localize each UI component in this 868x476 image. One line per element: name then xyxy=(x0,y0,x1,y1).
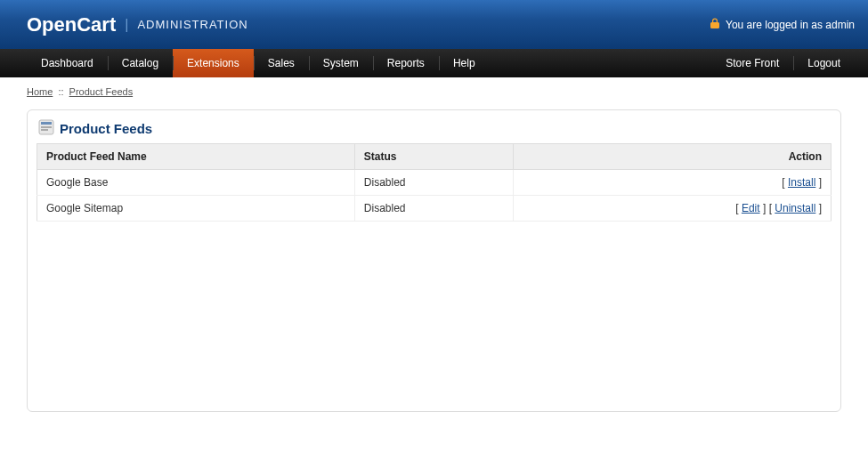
nav-label: Logout xyxy=(807,57,840,69)
nav-label: Reports xyxy=(387,57,425,69)
nav-dashboard[interactable]: Dashboard xyxy=(27,49,108,77)
header-left: OpenCart | ADMINISTRATION xyxy=(27,13,248,36)
bracket: [ xyxy=(735,202,742,214)
cell-name: Google Base xyxy=(37,170,355,196)
svg-rect-1 xyxy=(41,122,52,125)
breadcrumb-current[interactable]: Product Feeds xyxy=(69,86,134,97)
nav-label: Extensions xyxy=(187,57,239,69)
nav-sales[interactable]: Sales xyxy=(254,49,309,77)
table-row: Google Sitemap Disabled [ Edit ] [ Unins… xyxy=(37,196,831,222)
col-name: Product Feed Name xyxy=(37,144,355,170)
header-divider: | xyxy=(125,17,128,33)
bracket: ] xyxy=(760,202,769,214)
nav-label: Catalog xyxy=(122,57,158,69)
app-header: OpenCart | ADMINISTRATION You are logged… xyxy=(0,0,868,49)
lock-icon xyxy=(710,18,720,31)
feed-icon xyxy=(38,119,54,138)
nav-catalog[interactable]: Catalog xyxy=(108,49,173,77)
cell-name: Google Sitemap xyxy=(37,196,355,222)
nav-logout[interactable]: Logout xyxy=(793,49,855,77)
action-edit[interactable]: Edit xyxy=(742,202,760,214)
col-status: Status xyxy=(354,144,513,170)
action-install[interactable]: Install xyxy=(788,176,815,189)
cell-action: [ Install ] xyxy=(514,170,831,196)
nav-label: Store Front xyxy=(726,57,779,69)
table-header-row: Product Feed Name Status Action xyxy=(37,144,831,170)
nav-store-front[interactable]: Store Front xyxy=(711,49,793,77)
nav-help[interactable]: Help xyxy=(439,49,490,77)
cell-status: Disabled xyxy=(354,170,513,196)
nav-extensions[interactable]: Extensions xyxy=(173,49,254,77)
breadcrumb: Home :: Product Feeds xyxy=(0,77,868,106)
feeds-table: Product Feed Name Status Action Google B… xyxy=(37,143,831,222)
breadcrumb-sep: :: xyxy=(58,86,63,97)
breadcrumb-home[interactable]: Home xyxy=(27,86,53,97)
cell-action: [ Edit ] [ Uninstall ] xyxy=(514,196,831,222)
admin-label: ADMINISTRATION xyxy=(137,18,247,31)
nav-reports[interactable]: Reports xyxy=(373,49,439,77)
nav-right: Store Front Logout xyxy=(711,49,855,77)
logged-in-text: You are logged in as admin xyxy=(726,19,855,31)
nav-left: Dashboard Catalog Extensions Sales Syste… xyxy=(27,49,490,77)
nav-system[interactable]: System xyxy=(309,49,373,77)
header-right: You are logged in as admin xyxy=(710,18,855,31)
content-panel: Product Feeds Product Feed Name Status A… xyxy=(27,109,841,412)
table-row: Google Base Disabled [ Install ] xyxy=(37,170,831,196)
cell-status: Disabled xyxy=(354,196,513,222)
logo: OpenCart xyxy=(27,13,116,36)
nav-label: Dashboard xyxy=(41,57,93,69)
bracket: ] xyxy=(815,202,822,214)
nav-label: System xyxy=(323,57,359,69)
bracket: ] xyxy=(815,176,822,189)
svg-rect-3 xyxy=(41,129,48,131)
svg-rect-2 xyxy=(41,126,52,128)
col-action: Action xyxy=(514,144,831,170)
nav-label: Sales xyxy=(268,57,295,69)
main-nav: Dashboard Catalog Extensions Sales Syste… xyxy=(0,49,868,77)
bracket: [ xyxy=(782,176,788,189)
nav-label: Help xyxy=(453,57,475,69)
table-wrap: Product Feed Name Status Action Google B… xyxy=(28,143,840,230)
content-header: Product Feeds xyxy=(28,110,840,143)
page-title: Product Feeds xyxy=(60,121,152,136)
action-uninstall[interactable]: Uninstall xyxy=(775,202,815,214)
